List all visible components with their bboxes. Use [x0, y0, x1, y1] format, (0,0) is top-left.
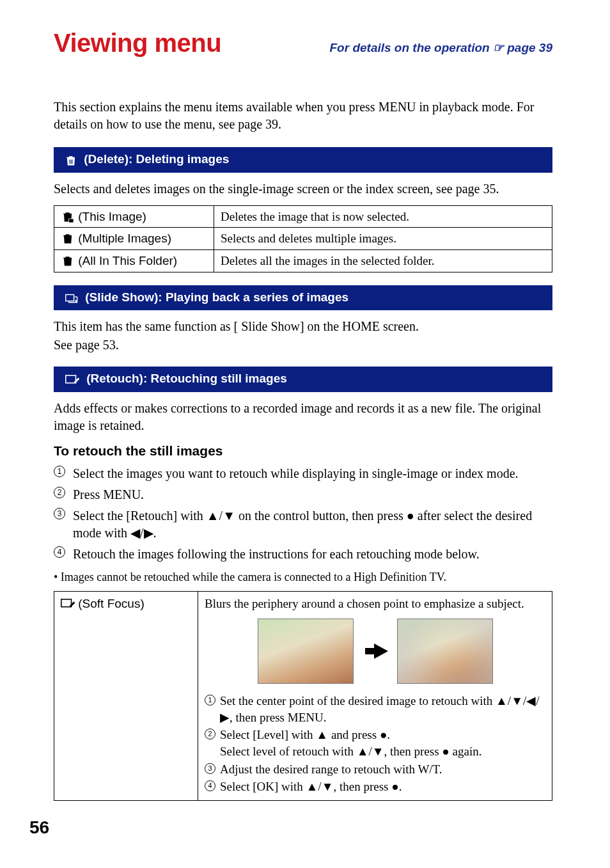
- step-number-icon: 2: [54, 487, 65, 498]
- opt-label: (All In This Folder): [75, 254, 177, 267]
- step-text: Select [OK] with ▲/▼, then press ●.: [220, 780, 402, 793]
- arrow-right-icon: [363, 643, 388, 659]
- step-number-icon: 4: [205, 780, 215, 791]
- opt-desc: Deletes the image that is now selected.: [214, 205, 552, 228]
- step-text: Select the images you want to retouch wh…: [73, 466, 519, 480]
- page-number: 56: [29, 816, 49, 840]
- svg-rect-0: [69, 219, 74, 223]
- list-item: 3Select the [Retouch] with ▲/▼ on the co…: [54, 507, 552, 542]
- opt-label: (This Image): [75, 210, 146, 223]
- retouch-subheading: To retouch the still images: [54, 442, 552, 460]
- trash-multi-icon: [61, 230, 75, 247]
- delete-desc: Selects and deletes images on the single…: [54, 180, 552, 198]
- step-text: Select the [Retouch] with ▲/▼ on the con…: [73, 509, 532, 540]
- svg-rect-1: [66, 294, 74, 301]
- opt-desc: Selects and deletes multiple images.: [214, 228, 552, 250]
- delete-bar-title: (Delete): Deleting images: [81, 152, 229, 166]
- softfocus-icon: [61, 597, 75, 610]
- list-item: 3Adjust the desired range to retouch wit…: [205, 761, 545, 778]
- list-item: 2Select [Level] with ▲ and press ●. Sele…: [205, 727, 545, 759]
- retouch-desc: Adds effects or makes corrections to a r…: [54, 400, 552, 434]
- before-after-images: [205, 619, 545, 684]
- step-text: Adjust the desired range to retouch with…: [220, 762, 442, 776]
- step-text: Retouch the images following the instruc…: [73, 547, 480, 561]
- retouch-note: • Images cannot be retouched while the c…: [54, 569, 552, 585]
- step-text: Press MENU.: [73, 487, 144, 501]
- list-item: 4Select [OK] with ▲/▼, then press ●.: [205, 778, 545, 795]
- slideshow-line2: See page 53.: [54, 336, 552, 354]
- list-item: 1Set the center point of the desired ima…: [205, 693, 545, 725]
- step-number-icon: 4: [54, 546, 65, 558]
- step-number-icon: 2: [205, 729, 215, 739]
- retouch-bar-title: (Retouch): Retouching still images: [83, 372, 287, 385]
- after-image: [397, 619, 493, 684]
- list-item: 4Retouch the images following the instru…: [54, 546, 552, 563]
- header-details-link[interactable]: For details on the operation ☞ page 39: [330, 40, 553, 56]
- section-bar-retouch: (Retouch): Retouching still images: [54, 367, 552, 392]
- opt-desc: Deletes all the images in the selected f…: [214, 249, 552, 272]
- step-number-icon: 3: [205, 763, 215, 774]
- retouch-mode-table: (Soft Focus) Blurs the periphery around …: [54, 591, 552, 800]
- step-text: Select [Level] with ▲ and press ●. Selec…: [220, 728, 481, 758]
- step-number-icon: 1: [54, 466, 65, 477]
- table-row: (Multiple Images) Selects and deletes mu…: [54, 228, 552, 250]
- slideshow-bar-title: (Slide Show): Playing back a series of i…: [82, 290, 348, 304]
- step-text: Set the center point of the desired imag…: [220, 694, 540, 724]
- slideshow-icon: [65, 290, 78, 307]
- slideshow-line1: This item has the same function as [ Sli…: [54, 318, 552, 335]
- list-item: 1Select the images you want to retouch w…: [54, 465, 552, 482]
- trash-folder-icon: [61, 253, 75, 269]
- step-number-icon: 3: [54, 508, 65, 519]
- section-bar-slideshow: (Slide Show): Playing back a series of i…: [54, 285, 552, 311]
- header-details-text: For details on the operation ☞ page 39: [330, 41, 553, 54]
- delete-options-table: (This Image) Deletes the image that is n…: [54, 205, 552, 272]
- list-item: 2Press MENU.: [54, 486, 552, 503]
- table-row: (This Image) Deletes the image that is n…: [54, 205, 552, 228]
- opt-label: (Multiple Images): [75, 232, 171, 245]
- trash-icon: [65, 152, 77, 169]
- before-image: [258, 619, 354, 684]
- section-bar-delete: (Delete): Deleting images: [54, 147, 552, 173]
- trash-this-icon: [61, 209, 75, 225]
- step-number-icon: 1: [205, 695, 215, 706]
- mode-label-text: (Soft Focus): [75, 597, 145, 610]
- retouch-icon: [65, 372, 79, 388]
- intro-paragraph: This section explains the menu items ava…: [54, 99, 552, 133]
- table-row: (All In This Folder) Deletes all the ima…: [54, 249, 552, 272]
- mode-inner-steps: 1Set the center point of the desired ima…: [205, 693, 545, 795]
- table-row: (Soft Focus) Blurs the periphery around …: [54, 592, 552, 800]
- retouch-steps-list: 1Select the images you want to retouch w…: [54, 465, 552, 563]
- page-title: Viewing menu: [54, 26, 221, 60]
- mode-summary: Blurs the periphery around a chosen poin…: [205, 596, 545, 612]
